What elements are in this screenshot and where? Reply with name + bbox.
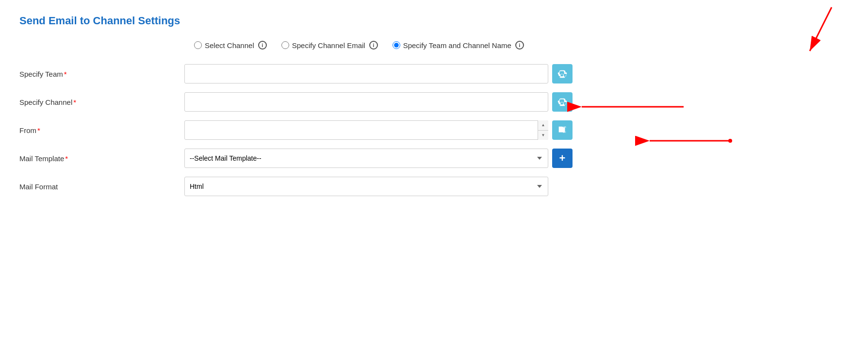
form-row-from: From* ▲ ▼ [19, 120, 849, 140]
page-wrapper: Send Email to Channel Settings Select Ch… [0, 0, 868, 350]
specify-team-required: * [64, 70, 67, 78]
mail-format-label: Mail Format [19, 183, 184, 191]
specify-channel-required: * [73, 98, 76, 106]
radio-specify-team-channel-label: Specify Team and Channel Name [403, 41, 511, 50]
specify-team-label: Specify Team* [19, 70, 184, 78]
specify-channel-input[interactable] [184, 92, 548, 112]
svg-rect-1 [560, 130, 563, 130]
specify-channel-email-info-icon[interactable]: i [369, 41, 378, 50]
specify-channel-label: Specify Channel* [19, 98, 184, 106]
mail-format-select[interactable]: Html Text [184, 177, 548, 196]
binoculars-icon-2 [557, 97, 568, 107]
book-icon [557, 125, 568, 135]
svg-rect-2 [560, 131, 562, 132]
from-book-button[interactable] [552, 120, 573, 140]
from-required: * [37, 126, 40, 134]
specify-team-search-button[interactable] [552, 64, 573, 83]
red-arrow-top [735, 2, 841, 66]
radio-select-channel[interactable]: Select Channel i [194, 41, 267, 50]
specify-channel-search-button[interactable] [552, 92, 573, 112]
select-channel-info-icon[interactable]: i [258, 41, 267, 50]
plus-icon: + [559, 153, 566, 164]
form-section: Specify Team* Specify Channel* [19, 64, 849, 205]
binoculars-icon [557, 68, 568, 79]
mail-template-label: Mail Template* [19, 154, 184, 163]
specify-team-channel-info-icon[interactable]: i [515, 41, 524, 50]
svg-rect-0 [560, 128, 563, 129]
form-row-specify-team: Specify Team* [19, 64, 849, 83]
mail-template-select[interactable]: --Select Mail Template-- [184, 149, 548, 168]
from-spin-down[interactable]: ▼ [538, 131, 548, 140]
radio-select-channel-label: Select Channel [205, 41, 254, 50]
radio-specify-channel-email-label: Specify Channel Email [292, 41, 365, 50]
specify-team-input[interactable] [184, 64, 548, 83]
from-spin-arrows: ▲ ▼ [538, 120, 548, 140]
mail-template-required: * [65, 154, 68, 163]
page-title: Send Email to Channel Settings [19, 15, 849, 27]
radio-select-channel-input[interactable] [194, 41, 202, 49]
radio-specify-channel-email-input[interactable] [281, 41, 289, 49]
from-input[interactable] [184, 120, 548, 140]
from-spinbox-wrapper: ▲ ▼ [184, 120, 548, 140]
radio-group: Select Channel i Specify Channel Email i… [194, 41, 849, 50]
from-spin-up[interactable]: ▲ [538, 120, 548, 131]
form-row-mail-format: Mail Format Html Text [19, 177, 849, 196]
form-row-specify-channel: Specify Channel* [19, 92, 849, 112]
radio-specify-channel-email[interactable]: Specify Channel Email i [281, 41, 378, 50]
from-label: From* [19, 126, 184, 134]
form-row-mail-template: Mail Template* --Select Mail Template-- … [19, 149, 849, 168]
mail-template-add-button[interactable]: + [552, 149, 573, 168]
radio-specify-team-channel[interactable]: Specify Team and Channel Name i [393, 41, 524, 50]
radio-specify-team-channel-input[interactable] [393, 41, 400, 49]
